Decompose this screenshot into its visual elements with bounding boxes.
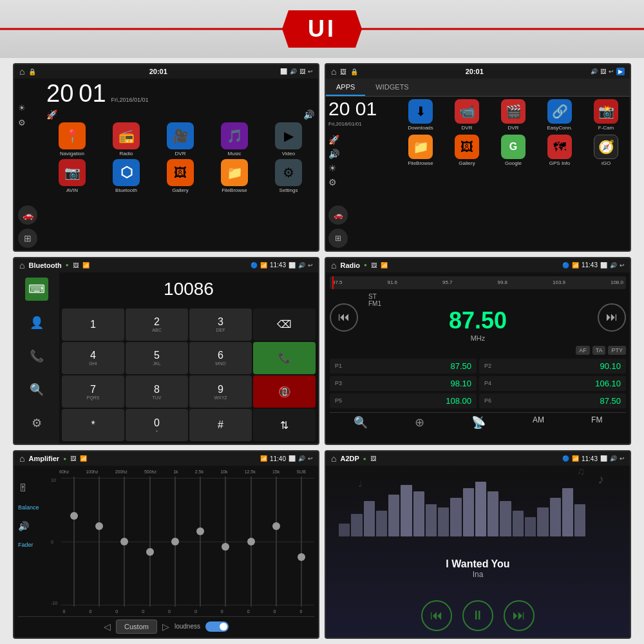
play-pause-btn[interactable]: ⏸: [462, 600, 493, 631]
home-icon-4[interactable]: ⌂: [331, 260, 336, 270]
app-settings[interactable]: ⚙ Settings: [263, 159, 314, 193]
dial-backspace[interactable]: ⌫: [253, 308, 316, 341]
eq-slider-4[interactable]: [171, 477, 180, 607]
prev-track-btn[interactable]: ⏮: [421, 600, 452, 631]
dial-call[interactable]: 📞: [253, 342, 316, 374]
app2-filebrowse[interactable]: 📁 FileBrowse: [399, 135, 442, 166]
bright-icon-2[interactable]: ☀: [328, 163, 394, 173]
app-btn[interactable]: ⊞: [18, 229, 37, 248]
home-icon-6[interactable]: ⌂: [331, 453, 336, 464]
dial-swap[interactable]: ⇅: [253, 409, 316, 441]
back-6[interactable]: ↩: [620, 455, 625, 462]
speaker-icon[interactable]: 🔊: [18, 521, 47, 531]
preset-p1[interactable]: P1 87.50: [330, 359, 477, 374]
back-4[interactable]: ↩: [620, 262, 625, 269]
app2-fcam[interactable]: 📸 F-Cam: [585, 99, 627, 131]
preset-p3[interactable]: P3 98.10: [330, 376, 477, 391]
app2-igo[interactable]: 🧭 iGO: [585, 135, 627, 166]
vol-icon[interactable]: 🔊: [303, 109, 314, 120]
home-icon-1[interactable]: ⌂: [19, 66, 24, 77]
settings-icon[interactable]: ⚙: [18, 118, 44, 128]
eq-prev-btn[interactable]: ◁: [104, 621, 111, 632]
eq-controls-icon[interactable]: 🎚: [18, 482, 47, 494]
eq-slider-0[interactable]: [70, 477, 79, 607]
dial-4[interactable]: 4GHI: [62, 342, 124, 374]
dial-0[interactable]: 0+: [126, 409, 188, 441]
next-track-btn[interactable]: ⏭: [504, 600, 535, 631]
app2-dvr2[interactable]: 🎬 DVR: [492, 99, 535, 131]
back-5[interactable]: ↩: [308, 455, 313, 462]
radio-fm-btn[interactable]: FM: [591, 415, 602, 430]
tag-af[interactable]: AF: [576, 346, 590, 355]
prev-station-btn[interactable]: ⏮: [330, 303, 358, 332]
dial-3[interactable]: 3DEF: [189, 308, 252, 341]
dial-8[interactable]: 8TUV: [126, 375, 188, 408]
app-avin[interactable]: 📷 AVIN: [46, 159, 98, 193]
recent-calls-icon[interactable]: 📞: [25, 345, 48, 368]
app-radio[interactable]: 📻 Radio: [100, 122, 152, 156]
home-icon-5[interactable]: ⌂: [19, 453, 24, 464]
car-icon-btn[interactable]: 🚗: [18, 205, 37, 225]
dial-5[interactable]: 5JKL: [126, 342, 188, 374]
back-icon-1[interactable]: ↩: [308, 68, 313, 75]
eq-slider-3[interactable]: [146, 477, 155, 607]
dial-star[interactable]: *: [62, 409, 124, 441]
dial-7[interactable]: 7PQRS: [62, 375, 124, 408]
eq-slider-9[interactable]: [297, 477, 306, 607]
back-3[interactable]: ↩: [308, 262, 313, 269]
store-icon[interactable]: ▶: [616, 68, 625, 75]
bt-settings-icon[interactable]: ⚙: [25, 412, 48, 435]
preset-p4[interactable]: P4 106.10: [479, 376, 626, 391]
app2-google[interactable]: G Google: [492, 135, 535, 166]
car-btn-2[interactable]: 🚗: [328, 205, 348, 225]
dial-2[interactable]: 2ABC: [126, 308, 188, 341]
brightness-icon[interactable]: ☀: [18, 103, 44, 113]
dial-1[interactable]: 1: [62, 308, 124, 341]
app-filebrowse[interactable]: 📁 FileBrowse: [209, 159, 260, 193]
app-video[interactable]: ▶ Video: [263, 122, 314, 156]
next-station-btn[interactable]: ⏭: [598, 303, 626, 332]
dial-9[interactable]: 9WXYZ: [189, 375, 252, 408]
app2-gpsinfo[interactable]: 🗺 GPS Info: [538, 135, 581, 166]
loudness-toggle[interactable]: [205, 621, 229, 632]
dial-hash[interactable]: #: [189, 409, 252, 441]
dialpad-icon[interactable]: ⌨: [25, 278, 48, 301]
eq-slider-1[interactable]: [95, 477, 104, 607]
app-gallery[interactable]: 🖼 Gallery: [155, 159, 206, 193]
preset-p5[interactable]: P5 108.00: [330, 393, 477, 408]
preset-p6[interactable]: P6 87.50: [479, 393, 626, 408]
app-music[interactable]: 🎵 Music: [209, 122, 260, 156]
app2-downloads[interactable]: ⬇ Downloads: [399, 99, 442, 131]
eq-next-btn[interactable]: ▷: [162, 621, 169, 632]
app-bluetooth[interactable]: ⬡ Bluetooth: [100, 159, 152, 193]
eq-slider-6[interactable]: [221, 477, 230, 607]
grid-icon-2[interactable]: ⚙: [328, 177, 394, 187]
eq-preset-button[interactable]: Custom: [116, 620, 157, 634]
eq-slider-5[interactable]: [196, 477, 205, 607]
contact-icon[interactable]: 👤: [25, 311, 48, 334]
tag-ta[interactable]: TA: [592, 346, 606, 355]
dial-end[interactable]: 📵: [253, 375, 316, 408]
app-navigation[interactable]: 📍 Navigation: [46, 122, 98, 156]
app-btn-2[interactable]: ⊞: [328, 229, 348, 248]
app2-easyconn[interactable]: 🔗 EasyConn.: [538, 99, 581, 131]
home-icon-2[interactable]: ⌂: [331, 66, 336, 77]
radio-search-btn[interactable]: 🔍: [354, 415, 368, 430]
tab-widgets[interactable]: WIDGETS: [365, 79, 419, 96]
vol-icon-2b[interactable]: 🔊: [328, 149, 394, 159]
radio-antenna-btn[interactable]: 📡: [471, 415, 486, 430]
app-dvr[interactable]: 🎥 DVR: [155, 122, 206, 156]
tab-apps[interactable]: APPS: [326, 79, 365, 96]
app2-gallery[interactable]: 🖼 Gallery: [446, 135, 488, 166]
radio-am-btn[interactable]: AM: [533, 415, 544, 430]
tag-pty[interactable]: PTY: [608, 346, 626, 355]
dial-6[interactable]: 6MNO: [189, 342, 252, 374]
preset-p2[interactable]: P2 90.10: [479, 359, 626, 374]
search-icon[interactable]: 🔍: [25, 378, 48, 401]
eq-slider-7[interactable]: [247, 477, 256, 607]
back-icon-2[interactable]: ↩: [609, 68, 614, 75]
home-icon-3[interactable]: ⌂: [19, 260, 24, 270]
eq-slider-2[interactable]: [120, 477, 129, 607]
radio-scan-btn[interactable]: ⊕: [415, 415, 424, 430]
app2-dvr1[interactable]: 📹 DVR: [446, 99, 488, 131]
